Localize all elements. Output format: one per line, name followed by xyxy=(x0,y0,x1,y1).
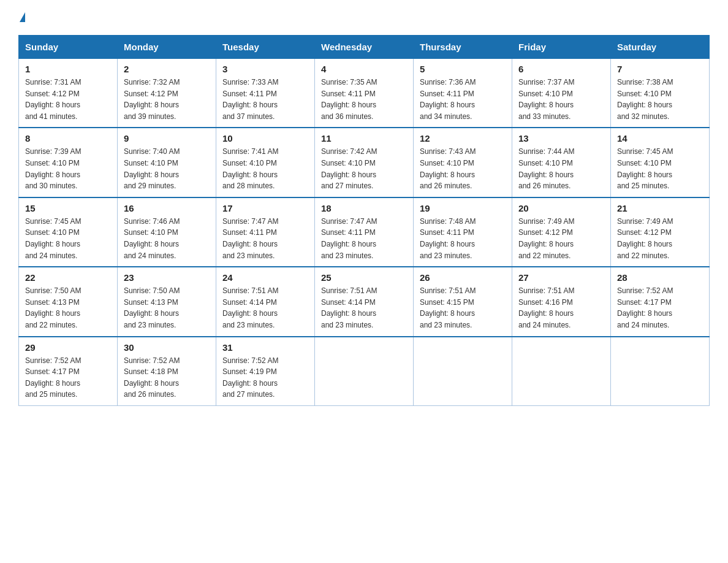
day-info: Sunrise: 7:39 AMSunset: 4:10 PMDaylight:… xyxy=(25,146,111,191)
calendar-day-cell: 7Sunrise: 7:38 AMSunset: 4:10 PMDaylight… xyxy=(611,59,710,128)
day-info: Sunrise: 7:32 AMSunset: 4:12 PMDaylight:… xyxy=(124,77,210,122)
calendar-week-row: 8Sunrise: 7:39 AMSunset: 4:10 PMDaylight… xyxy=(19,128,710,197)
day-number: 21 xyxy=(617,203,703,213)
calendar-day-cell: 24Sunrise: 7:51 AMSunset: 4:14 PMDayligh… xyxy=(216,267,315,336)
calendar-day-cell: 20Sunrise: 7:49 AMSunset: 4:12 PMDayligh… xyxy=(512,197,611,267)
day-number: 27 xyxy=(518,272,604,283)
logo xyxy=(18,12,25,23)
calendar-day-cell: 28Sunrise: 7:52 AMSunset: 4:17 PMDayligh… xyxy=(611,267,710,336)
day-info: Sunrise: 7:47 AMSunset: 4:11 PMDaylight:… xyxy=(222,216,308,261)
calendar-day-cell: 12Sunrise: 7:43 AMSunset: 4:10 PMDayligh… xyxy=(414,128,512,197)
calendar-day-cell: 1Sunrise: 7:31 AMSunset: 4:12 PMDaylight… xyxy=(19,59,118,128)
day-info: Sunrise: 7:33 AMSunset: 4:11 PMDaylight:… xyxy=(222,77,308,122)
calendar-table: SundayMondayTuesdayWednesdayThursdayFrid… xyxy=(18,35,710,406)
calendar-day-cell: 21Sunrise: 7:49 AMSunset: 4:12 PMDayligh… xyxy=(611,197,710,267)
day-info: Sunrise: 7:38 AMSunset: 4:10 PMDaylight:… xyxy=(617,77,703,122)
day-number: 5 xyxy=(420,64,506,74)
day-info: Sunrise: 7:46 AMSunset: 4:10 PMDaylight:… xyxy=(124,216,210,261)
calendar-day-cell: 27Sunrise: 7:51 AMSunset: 4:16 PMDayligh… xyxy=(512,267,611,336)
day-number: 7 xyxy=(617,64,703,74)
calendar-empty-cell xyxy=(315,337,414,406)
day-number: 31 xyxy=(222,342,308,353)
day-header-thursday: Thursday xyxy=(414,36,512,59)
day-number: 20 xyxy=(518,203,604,213)
calendar-day-cell: 14Sunrise: 7:45 AMSunset: 4:10 PMDayligh… xyxy=(611,128,710,197)
calendar-week-row: 29Sunrise: 7:52 AMSunset: 4:17 PMDayligh… xyxy=(19,337,710,406)
calendar-day-cell: 3Sunrise: 7:33 AMSunset: 4:11 PMDaylight… xyxy=(216,59,315,128)
day-info: Sunrise: 7:36 AMSunset: 4:11 PMDaylight:… xyxy=(420,77,506,122)
day-number: 15 xyxy=(25,203,111,213)
calendar-day-cell: 31Sunrise: 7:52 AMSunset: 4:19 PMDayligh… xyxy=(216,337,315,406)
calendar-day-cell: 8Sunrise: 7:39 AMSunset: 4:10 PMDaylight… xyxy=(19,128,118,197)
day-number: 14 xyxy=(617,133,703,144)
day-info: Sunrise: 7:45 AMSunset: 4:10 PMDaylight:… xyxy=(617,146,703,191)
day-header-monday: Monday xyxy=(118,36,216,59)
day-number: 26 xyxy=(420,272,506,283)
day-info: Sunrise: 7:49 AMSunset: 4:12 PMDaylight:… xyxy=(617,216,703,261)
day-number: 4 xyxy=(321,64,407,74)
calendar-day-cell: 19Sunrise: 7:48 AMSunset: 4:11 PMDayligh… xyxy=(414,197,512,267)
day-number: 10 xyxy=(222,133,308,144)
calendar-day-cell: 29Sunrise: 7:52 AMSunset: 4:17 PMDayligh… xyxy=(19,337,118,406)
day-info: Sunrise: 7:44 AMSunset: 4:10 PMDaylight:… xyxy=(518,146,604,191)
day-info: Sunrise: 7:49 AMSunset: 4:12 PMDaylight:… xyxy=(518,216,604,261)
day-header-wednesday: Wednesday xyxy=(315,36,414,59)
day-info: Sunrise: 7:48 AMSunset: 4:11 PMDaylight:… xyxy=(420,216,506,261)
calendar-day-cell: 11Sunrise: 7:42 AMSunset: 4:10 PMDayligh… xyxy=(315,128,414,197)
day-number: 17 xyxy=(222,203,308,213)
day-number: 22 xyxy=(25,272,111,283)
day-info: Sunrise: 7:41 AMSunset: 4:10 PMDaylight:… xyxy=(222,146,308,191)
calendar-day-cell: 23Sunrise: 7:50 AMSunset: 4:13 PMDayligh… xyxy=(118,267,216,336)
day-info: Sunrise: 7:45 AMSunset: 4:10 PMDaylight:… xyxy=(25,216,111,261)
day-number: 1 xyxy=(25,64,111,74)
day-info: Sunrise: 7:51 AMSunset: 4:14 PMDaylight:… xyxy=(321,285,407,331)
day-number: 16 xyxy=(124,203,210,213)
day-number: 25 xyxy=(321,272,407,283)
day-number: 12 xyxy=(420,133,506,144)
calendar-week-row: 15Sunrise: 7:45 AMSunset: 4:10 PMDayligh… xyxy=(19,197,710,267)
day-header-tuesday: Tuesday xyxy=(216,36,315,59)
day-number: 11 xyxy=(321,133,407,144)
calendar-day-cell: 15Sunrise: 7:45 AMSunset: 4:10 PMDayligh… xyxy=(19,197,118,267)
calendar-day-cell: 18Sunrise: 7:47 AMSunset: 4:11 PMDayligh… xyxy=(315,197,414,267)
day-number: 28 xyxy=(617,272,703,283)
day-number: 9 xyxy=(124,133,210,144)
day-info: Sunrise: 7:51 AMSunset: 4:15 PMDaylight:… xyxy=(420,285,506,331)
day-info: Sunrise: 7:52 AMSunset: 4:17 PMDaylight:… xyxy=(617,285,703,331)
calendar-empty-cell xyxy=(611,337,710,406)
day-number: 2 xyxy=(124,64,210,74)
day-number: 6 xyxy=(518,64,604,74)
calendar-day-cell: 25Sunrise: 7:51 AMSunset: 4:14 PMDayligh… xyxy=(315,267,414,336)
calendar-day-cell: 13Sunrise: 7:44 AMSunset: 4:10 PMDayligh… xyxy=(512,128,611,197)
day-info: Sunrise: 7:52 AMSunset: 4:19 PMDaylight:… xyxy=(222,355,308,400)
calendar-header-row: SundayMondayTuesdayWednesdayThursdayFrid… xyxy=(19,36,710,59)
day-info: Sunrise: 7:31 AMSunset: 4:12 PMDaylight:… xyxy=(25,77,111,122)
calendar-day-cell: 9Sunrise: 7:40 AMSunset: 4:10 PMDaylight… xyxy=(118,128,216,197)
day-info: Sunrise: 7:40 AMSunset: 4:10 PMDaylight:… xyxy=(124,146,210,191)
calendar-week-row: 22Sunrise: 7:50 AMSunset: 4:13 PMDayligh… xyxy=(19,267,710,336)
day-info: Sunrise: 7:37 AMSunset: 4:10 PMDaylight:… xyxy=(518,77,604,122)
calendar-day-cell: 2Sunrise: 7:32 AMSunset: 4:12 PMDaylight… xyxy=(118,59,216,128)
day-info: Sunrise: 7:50 AMSunset: 4:13 PMDaylight:… xyxy=(25,285,111,331)
page-header xyxy=(18,12,710,23)
day-info: Sunrise: 7:51 AMSunset: 4:16 PMDaylight:… xyxy=(518,285,604,331)
day-info: Sunrise: 7:50 AMSunset: 4:13 PMDaylight:… xyxy=(124,285,210,331)
day-number: 18 xyxy=(321,203,407,213)
calendar-day-cell: 5Sunrise: 7:36 AMSunset: 4:11 PMDaylight… xyxy=(414,59,512,128)
calendar-day-cell: 4Sunrise: 7:35 AMSunset: 4:11 PMDaylight… xyxy=(315,59,414,128)
day-info: Sunrise: 7:43 AMSunset: 4:10 PMDaylight:… xyxy=(420,146,506,191)
day-number: 23 xyxy=(124,272,210,283)
day-number: 13 xyxy=(518,133,604,144)
day-number: 30 xyxy=(124,342,210,353)
calendar-day-cell: 10Sunrise: 7:41 AMSunset: 4:10 PMDayligh… xyxy=(216,128,315,197)
day-info: Sunrise: 7:52 AMSunset: 4:18 PMDaylight:… xyxy=(124,355,210,400)
day-header-saturday: Saturday xyxy=(611,36,710,59)
day-info: Sunrise: 7:52 AMSunset: 4:17 PMDaylight:… xyxy=(25,355,111,400)
calendar-day-cell: 17Sunrise: 7:47 AMSunset: 4:11 PMDayligh… xyxy=(216,197,315,267)
day-number: 3 xyxy=(222,64,308,74)
day-number: 29 xyxy=(25,342,111,353)
calendar-day-cell: 26Sunrise: 7:51 AMSunset: 4:15 PMDayligh… xyxy=(414,267,512,336)
day-header-sunday: Sunday xyxy=(19,36,118,59)
calendar-empty-cell xyxy=(414,337,512,406)
calendar-week-row: 1Sunrise: 7:31 AMSunset: 4:12 PMDaylight… xyxy=(19,59,710,128)
